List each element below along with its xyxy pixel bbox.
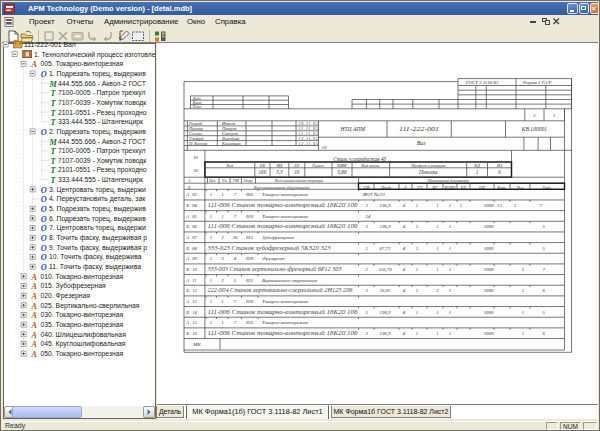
svg-text:03: 03 <box>192 192 197 197</box>
svg-text:5: 5 <box>543 224 546 229</box>
svg-text:3: 3 <box>221 235 224 240</box>
svg-text:2. Подрезать торец, выдержив: 2. Подрезать торец, выдержив <box>49 128 146 136</box>
svg-text:O: O <box>41 224 47 233</box>
svg-text:3: 3 <box>366 288 369 293</box>
svg-text:10: 10 <box>294 169 300 175</box>
svg-text:4: 4 <box>403 331 406 336</box>
svg-text:025. Вертикально-сверлильная: 025. Вертикально-сверлильная <box>41 302 140 310</box>
svg-text:4: 4 <box>403 267 406 272</box>
svg-text:РМ: РМ <box>232 178 239 183</box>
svg-text:2: 2 <box>436 288 439 293</box>
svg-text:196,9: 196,9 <box>380 224 391 230</box>
svg-text:1: 1 <box>416 310 418 315</box>
svg-text:A: A <box>31 311 38 320</box>
svg-text:015. Зубофрезерная: 015. Зубофрезерная <box>41 282 107 290</box>
svg-text:5: 5 <box>234 278 237 283</box>
svg-text:ГОСТ 3.1118-82: ГОСТ 3.1118-82 <box>465 80 499 85</box>
svg-text:1: 1 <box>210 192 212 197</box>
svg-text:09: 09 <box>192 256 197 261</box>
svg-text:T: T <box>51 99 57 108</box>
svg-text:3: 3 <box>221 256 224 261</box>
svg-text:015: 015 <box>246 235 254 240</box>
svg-text:11. Точить фаску, выдержива: 11. Точить фаску, выдержива <box>49 263 141 271</box>
svg-text:O: O <box>41 215 47 224</box>
svg-text:1: 1 <box>522 288 524 293</box>
svg-text:07: 07 <box>192 235 197 240</box>
svg-text:1000: 1000 <box>484 267 494 272</box>
svg-text:4: 4 <box>403 224 406 229</box>
svg-text:T: T <box>51 166 57 175</box>
svg-text:Вал: Вал <box>417 140 426 146</box>
svg-text:7100-0005 - Патрон трехкул: 7100-0005 - Патрон трехкул <box>58 89 146 97</box>
svg-text:12: 12 <box>192 288 197 293</box>
svg-text:2101-0551 - Резец проходно: 2101-0551 - Резец проходно <box>58 109 147 117</box>
svg-text:1. Подрезать торец, выдержив: 1. Подрезать торец, выдержив <box>49 70 146 78</box>
svg-text:A: A <box>31 331 38 340</box>
svg-text:035. Токарно-винторезная: 035. Токарно-винторезная <box>41 321 124 329</box>
svg-text:333-023 Станок зубофрезерный: 333-023 Станок зубофрезерный 5К320 323 <box>208 245 331 251</box>
svg-text:А: А <box>185 192 189 197</box>
svg-text:4: 4 <box>403 246 406 251</box>
svg-text:3: 3 <box>366 224 369 229</box>
svg-text:ЕВ: ЕВ <box>259 163 265 168</box>
svg-text:T: T <box>51 176 57 185</box>
svg-text:Тшт.: Тшт. <box>542 185 551 190</box>
svg-text:045. Круглошлифовальная: 045. Круглошлифовальная <box>41 340 126 348</box>
svg-text:1: 1 <box>221 320 223 325</box>
svg-text:А: А <box>185 299 189 304</box>
svg-text:А: А <box>185 320 189 325</box>
svg-text:КД: КД <box>473 163 480 168</box>
svg-text:196,9: 196,9 <box>380 310 391 316</box>
svg-text:Б: Б <box>185 246 189 251</box>
svg-text:1: 1 <box>436 331 438 336</box>
svg-text:Б: Б <box>185 310 189 315</box>
svg-text:15: 15 <box>192 320 197 325</box>
svg-text:5: 5 <box>543 310 546 315</box>
svg-text:Б: Б <box>185 331 189 336</box>
svg-text:1: 1 <box>460 203 462 208</box>
svg-text:Зубофрезерная: Зубофрезерная <box>262 235 294 240</box>
svg-text:Токарно-винторезная: Токарно-винторезная <box>262 299 309 304</box>
svg-text:Тп.з: Тп.з <box>517 185 524 190</box>
svg-text:08: 08 <box>192 246 197 251</box>
svg-text:А: А <box>185 278 189 283</box>
svg-text:КОИД: КОИД <box>444 185 456 190</box>
svg-text:M: M <box>48 80 57 89</box>
svg-text:Касаткин: Касаткин <box>221 141 242 146</box>
svg-text:O: O <box>41 234 47 243</box>
svg-text:O: O <box>41 263 47 272</box>
svg-text:2: 2 <box>533 113 536 118</box>
svg-text:Сталь углеродистая 40: Сталь углеродистая 40 <box>333 156 386 162</box>
svg-text:4. Переустановить деталь, зак: 4. Переустановить деталь, зак <box>49 195 145 203</box>
svg-text:1: 1 <box>210 256 212 261</box>
svg-text:КВ.100001: КВ.100001 <box>521 126 548 132</box>
svg-text:24: 24 <box>366 214 371 219</box>
svg-text:O: O <box>41 244 47 253</box>
svg-text:A: A <box>31 340 38 349</box>
svg-text:1: 1 <box>221 192 223 197</box>
svg-text:1: 1 <box>416 267 418 272</box>
svg-text:Б: Б <box>187 185 191 190</box>
svg-text:O: O <box>41 186 47 195</box>
svg-text:1: 1 <box>522 331 524 336</box>
svg-text:111-222-001: 111-222-001 <box>399 126 439 132</box>
svg-text:Кшт.: Кшт. <box>496 185 507 190</box>
svg-text:156,79: 156,79 <box>378 267 392 273</box>
svg-text:Форма 1 ГА/Р: Форма 1 ГА/Р <box>523 80 552 85</box>
svg-text:111-006 Станок токарно-винто: 111-006 Станок токарно-винторезный 16К20… <box>208 309 358 315</box>
svg-text:050. Токарно-винторезная: 050. Токарно-винторезная <box>41 350 124 358</box>
svg-text:333.444.555 - Штангенцирк: 333.444.555 - Штангенцирк <box>58 118 143 126</box>
svg-text:Профиль и размеры: Профиль и размеры <box>410 163 445 168</box>
svg-text:T: T <box>51 147 57 156</box>
svg-text:1: 1 <box>416 331 418 336</box>
svg-text:Подл.: Подл. <box>192 104 203 109</box>
svg-text:2: 2 <box>221 278 224 283</box>
svg-text:Б: Б <box>185 203 189 208</box>
svg-text:1: 1 <box>436 310 438 315</box>
svg-text:10. Точить фаску, выдержива: 10. Точить фаску, выдержива <box>49 253 142 261</box>
svg-text:444.555.666 - Аквол-2 ГОСТ: 444.555.666 - Аквол-2 ГОСТ <box>58 138 146 145</box>
svg-text:4: 4 <box>403 203 406 208</box>
svg-text:1: 1 <box>522 310 524 315</box>
svg-text:Код наименование оборудования: Код наименование оборудования <box>253 185 310 190</box>
svg-text:7: 7 <box>234 299 237 304</box>
